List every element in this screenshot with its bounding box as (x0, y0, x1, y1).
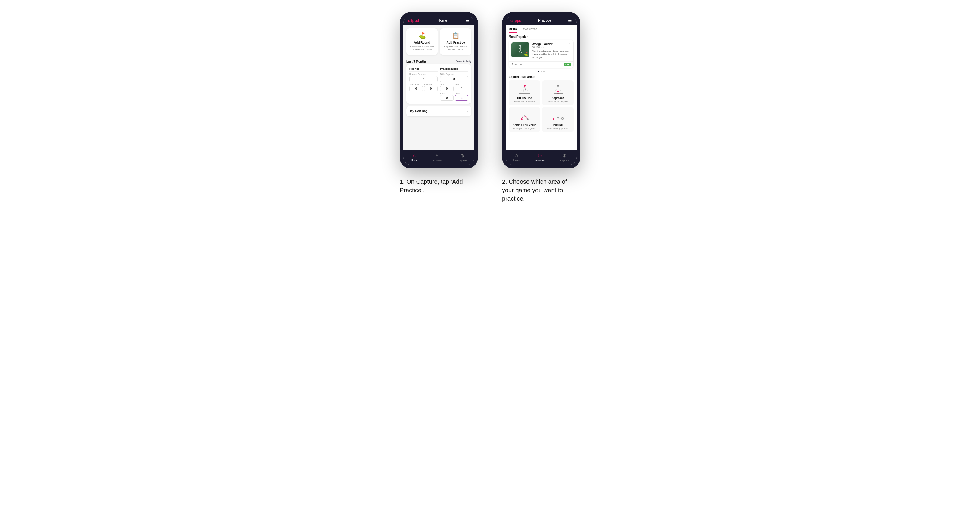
home-nav-label-2: Home (514, 159, 520, 162)
rounds-title: Rounds (409, 67, 438, 71)
phone1-title: Home (438, 18, 447, 22)
dot-3 (543, 71, 545, 72)
skill-card-ott[interactable]: Off The Tee Power and accuracy (509, 80, 540, 105)
atg-desc: Hone your short game (513, 127, 535, 130)
putting-title: Putting (553, 123, 563, 126)
app-value: 4 (455, 86, 468, 91)
add-practice-title: Add Practice (446, 41, 465, 44)
phone-frame-1: clippd Home ☰ ⛳ Add Round Record your sh… (400, 12, 478, 168)
chevron-right-icon: › (466, 109, 468, 113)
app-label: APP (455, 83, 468, 86)
phone-screen-2: clippd Practice ☰ Drills Favourites Most… (506, 16, 577, 165)
ott-label: OTT (440, 83, 453, 86)
practice-item: Practice 0 (424, 83, 438, 91)
featured-title-row: Wedge Ladder 50-100 yds ☆ (532, 43, 571, 50)
add-round-card[interactable]: ⛳ Add Round Record your shots fast or en… (406, 28, 438, 55)
hamburger-icon-1[interactable]: ☰ (466, 18, 469, 23)
dot-1 (538, 71, 539, 72)
rounds-capture-item: Rounds Capture 0 (409, 73, 438, 82)
practice-value: 0 (424, 86, 438, 91)
phone-section-1: clippd Home ☰ ⛳ Add Round Record your sh… (400, 12, 478, 194)
tournament-value: 0 (409, 86, 423, 91)
ott-value: 0 (440, 86, 453, 91)
tab-drills[interactable]: Drills (509, 27, 517, 33)
ott-item: OTT 0 (440, 83, 453, 91)
dots-row (506, 71, 577, 72)
phone-frame-2: clippd Practice ☰ Drills Favourites Most… (502, 12, 580, 168)
featured-image (511, 43, 530, 57)
svg-line-2 (519, 48, 520, 49)
approach-desc: Dial-in to hit the green (547, 100, 569, 103)
featured-title-group: Wedge Ladder 50-100 yds (532, 43, 553, 50)
featured-info: Wedge Ladder 50-100 yds ☆ Play 1 shot at… (532, 43, 571, 59)
golf-bag-row[interactable]: My Golf Bag › (406, 106, 471, 116)
skill-card-atg[interactable]: Around The Green Hone your short game (509, 107, 540, 132)
nav-home-2[interactable]: ⌂ Home (514, 153, 520, 162)
capture-nav-icon-2: ⊕ (563, 153, 566, 159)
phone2-logo: clippd (511, 18, 521, 23)
home-nav-icon-2: ⌂ (515, 153, 518, 158)
arg-label: ARG (440, 93, 453, 95)
atg-icon-area (517, 110, 532, 122)
capture-nav-icon-1: ⊕ (460, 153, 464, 159)
home-nav-label-1: Home (411, 159, 417, 162)
phone2-title: Practice (538, 18, 551, 22)
phone2-topbar: clippd Practice ☰ (506, 16, 577, 25)
add-practice-desc: Capture your practice off-the-course (442, 45, 469, 51)
nav-activities-2[interactable]: ♾ Activities (535, 153, 545, 162)
hamburger-icon-2[interactable]: ☰ (568, 18, 572, 23)
page-container: clippd Home ☰ ⛳ Add Round Record your sh… (309, 12, 671, 203)
stats-row: Rounds Rounds Capture 0 Tournament 0 (409, 67, 468, 101)
drills-col: Practice Drills Drills Capture 8 OTT 0 (440, 67, 468, 101)
featured-footer: ⏱ 9 shots APP (509, 61, 573, 68)
nav-activities-1[interactable]: ♾ Activities (433, 153, 443, 162)
putt-item: PUTT 4 (455, 93, 468, 101)
view-activity-link[interactable]: View Activity (456, 60, 471, 63)
phone1-caption: 1. On Capture, tap 'Add Practice'. (400, 178, 478, 194)
stats-container: Rounds Rounds Capture 0 Tournament 0 (406, 64, 471, 104)
stats-header: Last 3 Months View Activity (403, 57, 474, 64)
star-icon[interactable]: ☆ (568, 43, 571, 46)
ott-desc: Power and accuracy (514, 100, 535, 103)
ott-title: Off The Tee (517, 97, 532, 100)
add-practice-card[interactable]: 📋 Add Practice Capture your practice off… (440, 28, 471, 55)
phone-section-2: clippd Practice ☰ Drills Favourites Most… (502, 12, 580, 203)
capture-nav-label-1: Capture (458, 159, 466, 162)
arg-value: 0 (440, 95, 453, 101)
skill-card-putting[interactable]: Putting Make and lag practice (542, 107, 574, 132)
featured-card[interactable]: Wedge Ladder 50-100 yds ☆ Play 1 shot at… (509, 40, 574, 68)
svg-line-13 (555, 86, 558, 92)
nav-home-1[interactable]: ⌂ Home (411, 153, 417, 162)
nav-capture-2[interactable]: ⊕ Capture (560, 153, 569, 162)
featured-title: Wedge Ladder (532, 43, 553, 46)
rounds-capture-label: Rounds Capture (409, 73, 438, 76)
drills-title: Practice Drills (440, 67, 468, 71)
phone2-content: Most Popular (506, 33, 577, 151)
drills-capture-item: Drills Capture 8 (440, 73, 468, 82)
action-cards-row: ⛳ Add Round Record your shots fast or en… (403, 25, 474, 57)
explore-title: Explore skill areas (506, 74, 577, 80)
nav-capture-1[interactable]: ⊕ Capture (458, 153, 466, 162)
putting-desc: Make and lag practice (547, 127, 569, 130)
app-item: APP 4 (455, 83, 468, 91)
add-round-title: Add Round (414, 41, 430, 44)
rounds-col: Rounds Rounds Capture 0 Tournament 0 (409, 67, 438, 101)
shots-label: ⏱ 9 shots (511, 63, 522, 66)
skill-grid: Off The Tee Power and accuracy (506, 80, 577, 135)
svg-point-25 (557, 117, 558, 118)
svg-line-3 (520, 48, 522, 48)
putt-value: 4 (455, 95, 468, 101)
svg-line-15 (558, 86, 561, 92)
skill-card-approach[interactable]: Approach Dial-in to hit the green (542, 80, 574, 105)
tab-favourites[interactable]: Favourites (521, 27, 538, 33)
practice-label: Practice (424, 83, 438, 86)
activities-nav-icon-2: ♾ (538, 153, 542, 159)
featured-card-inner: Wedge Ladder 50-100 yds ☆ Play 1 shot at… (509, 40, 573, 61)
phone-screen-1: clippd Home ☰ ⛳ Add Round Record your sh… (403, 16, 474, 165)
phone2-bottom-nav: ⌂ Home ♾ Activities ⊕ Capture (506, 151, 577, 165)
activities-nav-label-2: Activities (535, 159, 545, 162)
svg-point-22 (562, 117, 564, 120)
atg-title: Around The Green (512, 123, 536, 126)
phone1-topbar: clippd Home ☰ (403, 16, 474, 25)
featured-subtitle: 50-100 yds (532, 46, 553, 49)
